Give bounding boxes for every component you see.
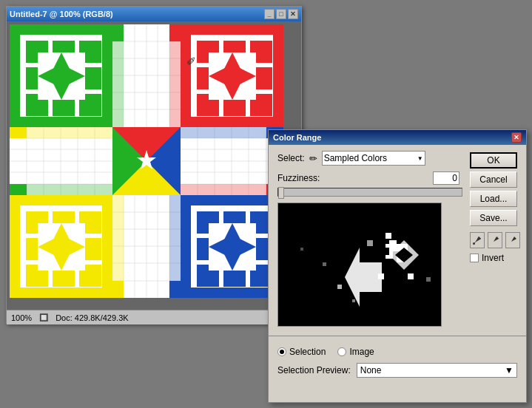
- svg-text:-: -: [514, 235, 516, 242]
- svg-rect-85: [10, 127, 27, 138]
- dialog-title: Color Range: [273, 133, 321, 142]
- selection-preview-dropdown[interactable]: None ▼: [357, 363, 517, 378]
- svg-rect-68: [112, 24, 124, 41]
- preview-area: [277, 203, 442, 327]
- dialog-close-button[interactable]: ✕: [511, 132, 522, 143]
- cancel-button[interactable]: Cancel: [470, 171, 517, 188]
- color-range-dialog: Color Range ✕ Select: ✏ Sampled Colors ▼…: [268, 129, 527, 403]
- svg-rect-139: [408, 273, 414, 279]
- ps-window: Untitled-7 @ 100% (RGB/8) _ □ ✕: [6, 6, 302, 324]
- svg-rect-135: [323, 262, 326, 266]
- preview-svg: [278, 203, 442, 327]
- selection-radio-option: Selection: [277, 347, 326, 357]
- fuzziness-label: Fuzziness:: [277, 173, 320, 183]
- eyedropper-subtract-button[interactable]: -: [505, 232, 520, 248]
- zoom-icon: 🔲: [39, 313, 48, 322]
- ps-title: Untitled-7 @ 100% (RGB/8): [10, 10, 113, 18]
- svg-rect-134: [367, 240, 373, 246]
- ps-titlebar-buttons: _ □ ✕: [264, 9, 298, 19]
- eyedropper-sample-button[interactable]: [470, 232, 485, 248]
- ps-statusbar: 100% 🔲 Doc: 429.8K/429.3K ◀ ▶: [7, 310, 301, 324]
- svg-rect-127: [389, 240, 397, 248]
- preview-select-arrow-icon: ▼: [505, 365, 514, 375]
- select-label: Select:: [277, 153, 305, 163]
- radio-row: Selection Image: [277, 347, 517, 357]
- invert-checkbox[interactable]: [470, 254, 479, 262]
- minimize-button[interactable]: _: [264, 9, 275, 19]
- preview-select-value: None: [360, 365, 382, 375]
- svg-rect-137: [426, 277, 431, 282]
- image-radio[interactable]: [337, 347, 346, 356]
- svg-text:+: +: [496, 235, 499, 242]
- close-button[interactable]: ✕: [288, 9, 298, 19]
- fuzziness-slider[interactable]: [277, 188, 462, 197]
- image-radio-option: Image: [337, 347, 374, 357]
- svg-rect-113: [112, 281, 124, 298]
- fuzziness-input[interactable]: [433, 171, 459, 185]
- select-arrow-icon: ▼: [417, 155, 423, 162]
- maximize-button[interactable]: □: [276, 9, 286, 19]
- svg-rect-136: [300, 248, 303, 251]
- svg-rect-133: [352, 299, 355, 302]
- zoom-level: 100%: [11, 313, 32, 322]
- selection-radio[interactable]: [277, 347, 286, 356]
- slider-thumb[interactable]: [278, 187, 284, 199]
- ps-titlebar: Untitled-7 @ 100% (RGB/8) _ □ ✕: [7, 7, 301, 21]
- svg-rect-140: [378, 273, 384, 279]
- selection-preview-row: Selection Preview: None ▼: [277, 363, 517, 378]
- svg-rect-83: [10, 184, 27, 195]
- save-button[interactable]: Save...: [470, 210, 517, 226]
- slider-row: [277, 188, 462, 197]
- svg-rect-129: [382, 248, 389, 255]
- selection-radio-label: Selection: [289, 347, 326, 357]
- eyedropper-icon: ✏: [309, 153, 317, 164]
- invert-label: Invert: [482, 253, 504, 263]
- ok-button[interactable]: OK: [470, 152, 517, 169]
- select-dropdown[interactable]: Sampled Colors ▼: [322, 151, 425, 166]
- svg-rect-70: [169, 24, 181, 41]
- invert-row: Invert: [470, 253, 520, 263]
- svg-point-141: [473, 242, 475, 245]
- selection-preview-label: Selection Preview:: [277, 365, 351, 375]
- dialog-titlebar: Color Range ✕: [269, 130, 526, 145]
- ludo-board: ✏: [10, 24, 283, 298]
- eyedropper-tools: + -: [470, 232, 520, 248]
- svg-rect-138: [385, 233, 391, 239]
- image-radio-label: Image: [349, 347, 374, 357]
- select-value: Sampled Colors: [324, 153, 387, 163]
- svg-rect-132: [337, 285, 342, 289]
- svg-rect-115: [169, 281, 181, 298]
- fuzziness-row: Fuzziness:: [277, 171, 462, 185]
- select-row: Select: ✏ Sampled Colors ▼: [277, 151, 462, 166]
- doc-info: Doc: 429.8K/429.3K: [55, 313, 128, 322]
- canvas-area: ✏: [7, 21, 301, 310]
- eyedropper-add-button[interactable]: +: [488, 232, 502, 248]
- load-button[interactable]: Load...: [470, 191, 517, 207]
- canvas: ✏: [10, 24, 283, 298]
